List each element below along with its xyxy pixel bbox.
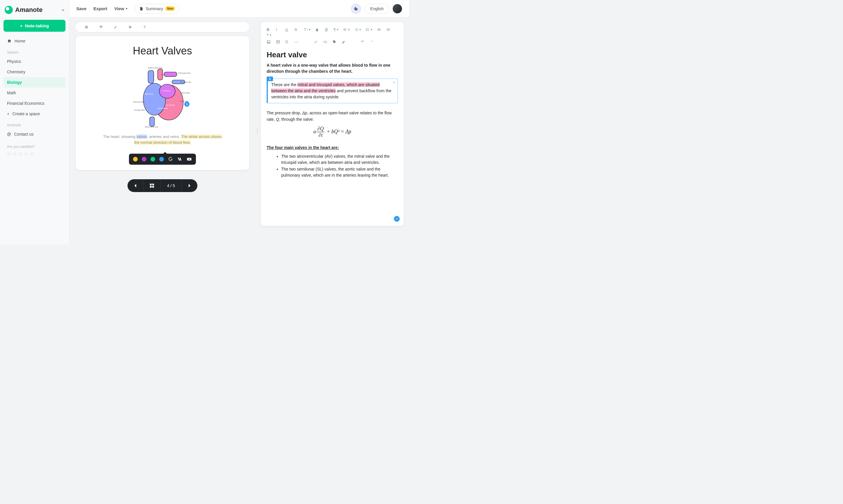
color-green[interactable] — [150, 157, 155, 162]
sidebar-item-physics[interactable]: Physics — [3, 56, 66, 67]
quote-button[interactable]: ❝▼ — [267, 33, 272, 37]
pressure-text[interactable]: The pressure drop, Δp, across an open-he… — [267, 110, 398, 123]
star-icon[interactable]: ☆ — [18, 150, 23, 157]
image-button[interactable] — [267, 40, 272, 44]
reference-marker[interactable]: 1 — [184, 102, 190, 107]
sidebar-item-home[interactable]: Home — [3, 36, 66, 46]
topbar: Save Export View ▼ Summary New English — [69, 0, 409, 17]
language-button[interactable]: English — [365, 4, 389, 14]
undo-button[interactable]: ↶ — [361, 40, 366, 44]
plus-icon: + — [7, 111, 9, 116]
paragraph-button[interactable]: ¶▼ — [334, 28, 339, 32]
chevron-down-icon: ▼ — [125, 7, 128, 10]
clock-icon[interactable] — [85, 25, 89, 29]
clear-format-button[interactable] — [324, 28, 329, 32]
notes-intro[interactable]: A heart valve is a one-way valve that al… — [267, 62, 398, 74]
pane-resize-handle[interactable] — [255, 127, 259, 135]
moon-icon — [354, 6, 358, 11]
google-icon[interactable] — [168, 157, 173, 162]
home-icon — [7, 39, 12, 43]
document-toolbar — [76, 22, 249, 32]
collapse-sidebar-icon[interactable]: « — [62, 7, 64, 13]
color-yellow[interactable] — [133, 157, 138, 162]
new-badge: New — [165, 6, 175, 11]
export-menu[interactable]: Export — [93, 6, 107, 11]
svg-rect-27 — [152, 186, 154, 188]
pager-next[interactable] — [182, 180, 197, 192]
pager-grid[interactable] — [144, 180, 161, 192]
view-menu[interactable]: View ▼ — [114, 6, 128, 11]
svg-text:Superior Vena Cava: Superior Vena Cava — [148, 67, 163, 69]
ol-button[interactable]: ▼ — [354, 28, 361, 32]
draw-button[interactable] — [342, 40, 347, 44]
color-purple[interactable] — [142, 157, 146, 162]
underline-button[interactable]: U — [285, 28, 290, 32]
note-icon[interactable] — [128, 25, 132, 29]
svg-text:Tricuspid Valve: Tricuspid Valve — [134, 109, 145, 111]
svg-text:Pulmonary Valve: Pulmonary Valve — [133, 101, 145, 103]
space-label: Chemistry — [7, 70, 25, 74]
text-icon[interactable] — [143, 25, 147, 29]
sidebar-home-label: Home — [15, 39, 25, 43]
svg-rect-26 — [150, 186, 152, 188]
star-icon[interactable]: ☆ — [6, 150, 11, 157]
create-space-button[interactable]: + Create a space — [3, 109, 66, 119]
pencil-icon[interactable] — [113, 25, 118, 29]
strike-button[interactable]: S — [294, 28, 300, 32]
pager-prev[interactable] — [127, 180, 144, 192]
outdent-button[interactable] — [377, 28, 382, 32]
indent-button[interactable] — [386, 28, 392, 32]
logo[interactable]: Amanote — [5, 6, 42, 14]
italic-button[interactable]: I — [276, 28, 281, 32]
bold-button[interactable]: B — [267, 28, 272, 32]
tag-button[interactable] — [333, 40, 338, 44]
theme-toggle-button[interactable] — [351, 3, 361, 14]
youtube-icon[interactable] — [186, 157, 192, 162]
svg-text:Pulmonary Vein: Pulmonary Vein — [180, 81, 192, 83]
symbol-button[interactable]: Ω — [285, 40, 290, 44]
color-blue[interactable] — [159, 157, 164, 162]
sidebar-item-contact[interactable]: @ Contact us — [3, 129, 66, 139]
highlight-button[interactable] — [314, 40, 319, 44]
hr-button[interactable]: — — [294, 40, 300, 44]
sidebar: Amanote « + Note-taking Home Spaces Phys… — [0, 0, 69, 245]
svg-text:Left Atrium: Left Atrium — [162, 90, 170, 92]
summary-label: Summary — [146, 6, 163, 11]
svg-point-31 — [366, 30, 366, 31]
space-label: Financial Economics — [7, 101, 44, 106]
summary-button[interactable]: Summary New — [135, 4, 179, 14]
valve-list[interactable]: The two atrioventricular (AV) valves, th… — [267, 154, 398, 178]
svg-rect-9 — [150, 117, 155, 127]
reference-block[interactable]: 1 ✕ These are the mitral and tricuspid v… — [267, 78, 398, 103]
four-valves-heading[interactable]: The four main valves in the heart are: — [267, 145, 398, 150]
notes-title[interactable]: Heart valve — [267, 50, 398, 59]
note-taking-label: Note-taking — [25, 23, 49, 28]
document-icon — [139, 7, 143, 11]
star-icon[interactable]: ☆ — [12, 150, 17, 157]
presentation-icon[interactable] — [99, 25, 103, 29]
sidebar-item-biology[interactable]: Biology — [3, 77, 66, 88]
avatar[interactable] — [393, 4, 402, 13]
table-button[interactable] — [276, 40, 281, 44]
rating-stars[interactable]: ☆ ☆ ☆ ☆ ☆ — [3, 150, 66, 157]
formula-button[interactable]: √x — [323, 40, 328, 44]
text-color-button[interactable] — [315, 28, 320, 32]
save-menu[interactable]: Save — [76, 6, 87, 11]
align-button[interactable]: ▼ — [343, 28, 350, 32]
star-icon[interactable]: ☆ — [30, 150, 34, 157]
sidebar-item-math[interactable]: Math — [3, 88, 66, 98]
redo-button[interactable]: ↷ — [370, 40, 376, 44]
font-size-button[interactable]: TI▼ — [304, 28, 311, 32]
document-pane: Heart Valves Superior Vena Cava Aorta Pu… — [69, 17, 255, 245]
note-taking-button[interactable]: + Note-taking — [3, 20, 66, 32]
at-icon: @ — [7, 132, 11, 137]
satisfaction-label: Are you satisfied? — [3, 139, 66, 150]
svg-text:Pulmonary Artery: Pulmonary Artery — [178, 72, 191, 74]
wikipedia-icon[interactable] — [177, 157, 182, 162]
sidebar-item-financial-economics[interactable]: Financial Economics — [3, 98, 66, 109]
equation[interactable]: a∂Q∂t + bQ² = Δp — [267, 126, 398, 138]
close-icon[interactable]: ✕ — [393, 80, 395, 84]
sidebar-item-chemistry[interactable]: Chemistry — [3, 67, 66, 77]
ul-button[interactable]: ▼ — [365, 28, 373, 32]
star-icon[interactable]: ☆ — [24, 150, 29, 157]
